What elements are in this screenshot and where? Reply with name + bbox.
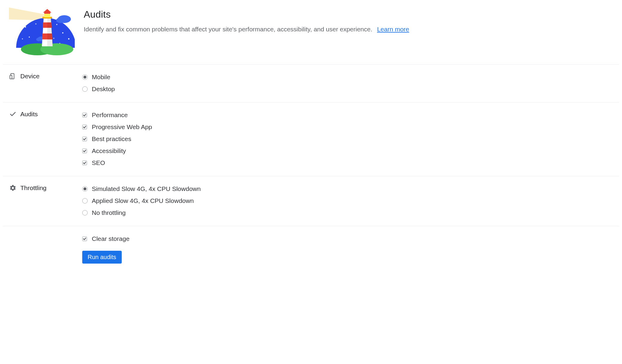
section-device-label: Device [20,73,39,80]
throttling-option-none[interactable]: No throttling [82,207,613,219]
section-audits-label: Audits [20,111,38,118]
section-audits-header: Audits [9,109,82,118]
throttling-options: Simulated Slow 4G, 4x CPU Slowdown Appli… [82,183,613,219]
run-audits-button[interactable]: Run audits [82,251,122,264]
device-option-mobile[interactable]: Mobile [82,71,613,83]
checkbox-icon [82,137,87,141]
svg-point-11 [56,18,65,23]
check-icon [9,110,17,118]
svg-point-2 [29,36,30,38]
section-actions: Clear storage Run audits [3,226,619,271]
radio-icon [82,210,88,215]
radio-icon [82,198,88,204]
svg-marker-0 [9,7,45,20]
audit-option-best-practices[interactable]: Best practices [82,133,613,145]
section-throttling-label: Throttling [20,184,47,192]
gear-icon [9,184,17,192]
svg-point-13 [36,38,42,41]
radio-icon [82,74,88,80]
section-throttling-header: Throttling [9,183,82,192]
section-device-header: Device [9,71,82,80]
svg-point-5 [56,24,57,25]
svg-rect-25 [10,75,12,79]
svg-point-8 [53,38,54,39]
throttling-option-simulated[interactable]: Simulated Slow 4G, 4x CPU Slowdown [82,183,613,195]
lighthouse-illustration [9,6,81,55]
actions-area: Clear storage Run audits [82,233,613,264]
checkbox-icon [82,113,87,117]
checkbox-icon [82,149,87,153]
svg-rect-22 [44,13,50,14]
svg-point-7 [68,38,69,39]
header: Audits Identify and fix common problems … [3,3,619,64]
section-audits: Audits Performance Progressive Web App B… [3,102,619,176]
audit-option-pwa[interactable]: Progressive Web App [82,121,613,133]
audits-panel: Audits Identify and fix common problems … [0,0,622,283]
audit-option-performance[interactable]: Performance [82,109,613,121]
svg-marker-23 [43,9,51,13]
learn-more-link[interactable]: Learn more [377,26,409,33]
section-throttling: Throttling Simulated Slow 4G, 4x CPU Slo… [3,176,619,226]
audit-option-seo[interactable]: SEO [82,157,613,169]
header-text: Audits Identify and fix common problems … [81,6,409,34]
section-device: Device Mobile Desktop [3,64,619,102]
svg-point-4 [22,38,23,39]
checkbox-icon [82,160,87,165]
checkbox-icon [82,236,87,241]
page-title: Audits [84,9,409,20]
svg-point-1 [25,26,26,27]
radio-icon [82,86,88,92]
page-subtitle: Identify and fix common problems that af… [84,24,409,34]
radio-icon [82,186,88,192]
clear-storage-option[interactable]: Clear storage [82,233,613,245]
svg-point-6 [62,32,63,33]
audit-option-accessibility[interactable]: Accessibility [82,145,613,157]
device-option-desktop[interactable]: Desktop [82,83,613,95]
device-icon [9,72,17,80]
section-actions-header [9,233,82,234]
audits-options: Performance Progressive Web App Best pra… [82,109,613,169]
throttling-option-applied[interactable]: Applied Slow 4G, 4x CPU Slowdown [82,195,613,207]
checkbox-icon [82,125,87,129]
svg-point-3 [35,23,36,24]
device-options: Mobile Desktop [82,71,613,95]
